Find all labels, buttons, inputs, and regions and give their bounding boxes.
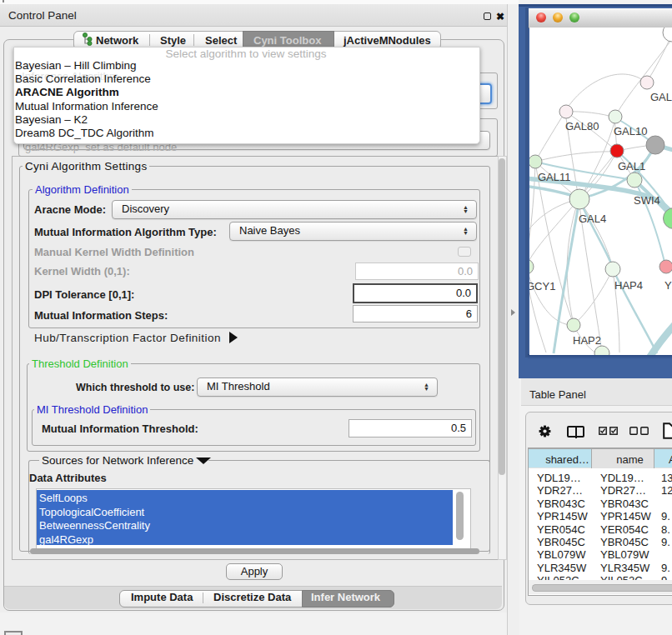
- svg-text:GAL4: GAL4: [579, 212, 606, 225]
- svg-text:GAL11: GAL11: [538, 171, 571, 183]
- svg-text:GAL80: GAL80: [565, 120, 599, 132]
- svg-text:GCY1: GCY1: [529, 280, 555, 292]
- svg-text:HAP4: HAP4: [614, 279, 643, 292]
- svg-text:SWI4: SWI4: [634, 194, 660, 207]
- svg-text:GAL1: GAL1: [618, 160, 645, 172]
- svg-text:GAL: GAL: [650, 91, 672, 103]
- svg-text:GAL10: GAL10: [614, 125, 647, 138]
- svg-text:HAP2: HAP2: [573, 334, 601, 347]
- svg-text:Y: Y: [664, 279, 672, 292]
